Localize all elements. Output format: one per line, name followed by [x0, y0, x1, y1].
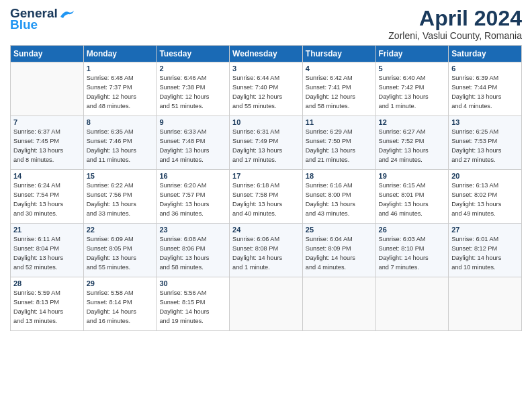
day-number: 14	[13, 172, 81, 180]
col-thursday: Thursday	[302, 46, 375, 62]
day-number: 12	[379, 118, 446, 126]
day-number: 30	[159, 279, 226, 287]
day-number: 3	[232, 64, 300, 73]
calendar-cell: 13Sunrise: 6:25 AM Sunset: 7:53 PM Dayli…	[449, 116, 522, 170]
calendar-cell: 23Sunrise: 6:08 AM Sunset: 8:06 PM Dayli…	[157, 224, 230, 277]
calendar-cell	[449, 277, 522, 331]
day-info: Sunrise: 6:44 AM Sunset: 7:40 PM Dayligh…	[232, 74, 300, 111]
calendar-cell: 25Sunrise: 6:04 AM Sunset: 8:09 PM Dayli…	[302, 224, 375, 277]
day-number: 5	[379, 64, 446, 73]
month-title: April 2024	[388, 7, 522, 30]
calendar-cell	[375, 277, 449, 331]
day-info: Sunrise: 6:06 AM Sunset: 8:08 PM Dayligh…	[232, 235, 300, 272]
calendar-cell: 27Sunrise: 6:01 AM Sunset: 8:12 PM Dayli…	[449, 224, 522, 277]
calendar-cell: 5Sunrise: 6:40 AM Sunset: 7:42 PM Daylig…	[375, 62, 449, 116]
calendar-cell: 16Sunrise: 6:20 AM Sunset: 7:57 PM Dayli…	[157, 170, 230, 224]
calendar-cell: 28Sunrise: 5:59 AM Sunset: 8:13 PM Dayli…	[11, 277, 84, 331]
calendar-cell: 10Sunrise: 6:31 AM Sunset: 7:49 PM Dayli…	[230, 116, 303, 170]
day-number: 24	[232, 226, 300, 234]
calendar-cell: 1Sunrise: 6:48 AM Sunset: 7:37 PM Daylig…	[83, 62, 157, 116]
day-info: Sunrise: 6:18 AM Sunset: 7:58 PM Dayligh…	[232, 181, 300, 218]
col-saturday: Saturday	[449, 46, 522, 62]
day-number: 17	[232, 172, 300, 180]
day-info: Sunrise: 6:24 AM Sunset: 7:54 PM Dayligh…	[13, 181, 81, 218]
title-block: April 2024 Zorleni, Vaslui County, Roman…	[388, 7, 522, 41]
calendar-cell: 21Sunrise: 6:11 AM Sunset: 8:04 PM Dayli…	[11, 224, 84, 277]
calendar-week-5: 28Sunrise: 5:59 AM Sunset: 8:13 PM Dayli…	[11, 277, 522, 331]
day-info: Sunrise: 6:08 AM Sunset: 8:06 PM Dayligh…	[159, 235, 226, 272]
calendar-cell: 26Sunrise: 6:03 AM Sunset: 8:10 PM Dayli…	[375, 224, 449, 277]
calendar-cell: 24Sunrise: 6:06 AM Sunset: 8:08 PM Dayli…	[230, 224, 303, 277]
col-wednesday: Wednesday	[230, 46, 303, 62]
calendar-cell: 17Sunrise: 6:18 AM Sunset: 7:58 PM Dayli…	[230, 170, 303, 224]
day-number: 13	[451, 118, 519, 126]
calendar-cell	[11, 62, 84, 116]
day-number: 1	[87, 64, 154, 73]
day-info: Sunrise: 6:31 AM Sunset: 7:49 PM Dayligh…	[232, 128, 300, 165]
day-number: 26	[379, 226, 446, 234]
day-number: 7	[13, 118, 81, 126]
day-info: Sunrise: 6:16 AM Sunset: 8:00 PM Dayligh…	[306, 181, 373, 218]
day-number: 11	[306, 118, 373, 126]
calendar-week-1: 1Sunrise: 6:48 AM Sunset: 7:37 PM Daylig…	[11, 62, 522, 116]
header: General Blue April 2024 Zorleni, Vaslui …	[10, 7, 522, 41]
day-number: 22	[87, 226, 154, 234]
logo: General Blue	[10, 7, 74, 31]
calendar-cell: 14Sunrise: 6:24 AM Sunset: 7:54 PM Dayli…	[11, 170, 84, 224]
calendar-cell: 12Sunrise: 6:27 AM Sunset: 7:52 PM Dayli…	[375, 116, 449, 170]
day-info: Sunrise: 6:37 AM Sunset: 7:45 PM Dayligh…	[13, 128, 81, 165]
day-info: Sunrise: 6:27 AM Sunset: 7:52 PM Dayligh…	[379, 128, 446, 165]
day-info: Sunrise: 6:40 AM Sunset: 7:42 PM Dayligh…	[379, 74, 446, 111]
day-info: Sunrise: 6:29 AM Sunset: 7:50 PM Dayligh…	[306, 128, 373, 165]
day-info: Sunrise: 6:20 AM Sunset: 7:57 PM Dayligh…	[159, 181, 226, 218]
day-number: 6	[451, 64, 519, 73]
day-number: 19	[379, 172, 446, 180]
day-number: 18	[306, 172, 373, 180]
day-number: 4	[306, 64, 373, 73]
calendar: Sunday Monday Tuesday Wednesday Thursday…	[10, 45, 522, 331]
calendar-cell	[302, 277, 375, 331]
day-info: Sunrise: 6:04 AM Sunset: 8:09 PM Dayligh…	[306, 235, 373, 272]
day-info: Sunrise: 6:35 AM Sunset: 7:46 PM Dayligh…	[87, 128, 154, 165]
calendar-cell: 29Sunrise: 5:58 AM Sunset: 8:14 PM Dayli…	[83, 277, 157, 331]
day-info: Sunrise: 6:11 AM Sunset: 8:04 PM Dayligh…	[13, 235, 81, 272]
calendar-cell: 4Sunrise: 6:42 AM Sunset: 7:41 PM Daylig…	[302, 62, 375, 116]
day-number: 23	[159, 226, 226, 234]
col-monday: Monday	[83, 46, 157, 62]
day-info: Sunrise: 6:48 AM Sunset: 7:37 PM Dayligh…	[87, 74, 154, 111]
day-number: 20	[451, 172, 519, 180]
calendar-cell: 20Sunrise: 6:13 AM Sunset: 8:02 PM Dayli…	[449, 170, 522, 224]
calendar-cell: 8Sunrise: 6:35 AM Sunset: 7:46 PM Daylig…	[83, 116, 157, 170]
calendar-cell: 18Sunrise: 6:16 AM Sunset: 8:00 PM Dayli…	[302, 170, 375, 224]
col-friday: Friday	[375, 46, 449, 62]
calendar-week-4: 21Sunrise: 6:11 AM Sunset: 8:04 PM Dayli…	[11, 224, 522, 277]
calendar-cell: 7Sunrise: 6:37 AM Sunset: 7:45 PM Daylig…	[11, 116, 84, 170]
day-info: Sunrise: 6:46 AM Sunset: 7:38 PM Dayligh…	[159, 74, 226, 111]
day-number: 29	[87, 279, 154, 287]
calendar-cell: 30Sunrise: 5:56 AM Sunset: 8:15 PM Dayli…	[157, 277, 230, 331]
calendar-cell: 3Sunrise: 6:44 AM Sunset: 7:40 PM Daylig…	[230, 62, 303, 116]
day-number: 27	[451, 226, 519, 234]
day-info: Sunrise: 6:03 AM Sunset: 8:10 PM Dayligh…	[379, 235, 446, 272]
day-info: Sunrise: 6:01 AM Sunset: 8:12 PM Dayligh…	[451, 235, 519, 272]
day-info: Sunrise: 6:09 AM Sunset: 8:05 PM Dayligh…	[87, 235, 154, 272]
day-number: 2	[159, 64, 226, 73]
calendar-cell	[230, 277, 303, 331]
day-info: Sunrise: 6:15 AM Sunset: 8:01 PM Dayligh…	[379, 181, 446, 218]
day-info: Sunrise: 6:13 AM Sunset: 8:02 PM Dayligh…	[451, 181, 519, 218]
day-number: 21	[13, 226, 81, 234]
day-number: 8	[87, 118, 154, 126]
calendar-cell: 22Sunrise: 6:09 AM Sunset: 8:05 PM Dayli…	[83, 224, 157, 277]
logo-bird-icon	[59, 9, 74, 18]
calendar-week-3: 14Sunrise: 6:24 AM Sunset: 7:54 PM Dayli…	[11, 170, 522, 224]
page: General Blue April 2024 Zorleni, Vaslui …	[0, 0, 532, 411]
day-number: 28	[13, 279, 81, 287]
calendar-cell: 2Sunrise: 6:46 AM Sunset: 7:38 PM Daylig…	[157, 62, 230, 116]
location: Zorleni, Vaslui County, Romania	[388, 30, 522, 41]
calendar-cell: 9Sunrise: 6:33 AM Sunset: 7:48 PM Daylig…	[157, 116, 230, 170]
day-info: Sunrise: 5:56 AM Sunset: 8:15 PM Dayligh…	[159, 289, 226, 326]
day-info: Sunrise: 6:33 AM Sunset: 7:48 PM Dayligh…	[159, 128, 226, 165]
day-info: Sunrise: 6:42 AM Sunset: 7:41 PM Dayligh…	[306, 74, 373, 111]
calendar-cell: 11Sunrise: 6:29 AM Sunset: 7:50 PM Dayli…	[302, 116, 375, 170]
day-info: Sunrise: 5:58 AM Sunset: 8:14 PM Dayligh…	[87, 289, 154, 326]
